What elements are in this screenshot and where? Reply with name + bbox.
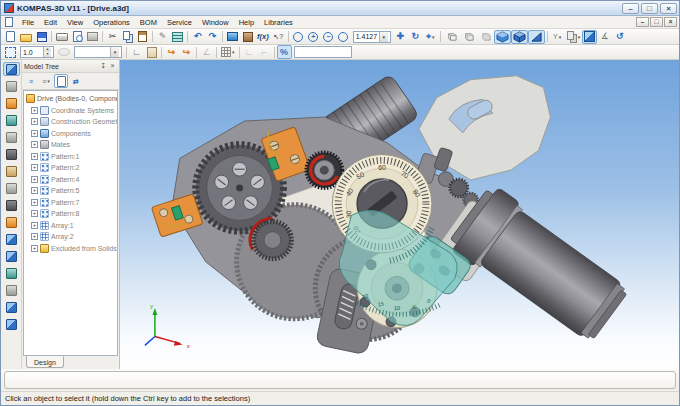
local-cs-button[interactable]: ∟ [129, 45, 144, 59]
zoom-out-button[interactable]: − [321, 30, 336, 44]
tree-structure-button[interactable]: ≡ [24, 74, 38, 88]
panel-close-icon[interactable]: × [108, 62, 117, 71]
zoom-selected-button[interactable] [291, 30, 306, 44]
hidden-lines-dimmed-button[interactable] [477, 30, 494, 44]
zoom-scale-combo[interactable]: 1.4127 ▾ [353, 31, 391, 43]
snap-toggle-button[interactable]: % [277, 45, 292, 59]
copy-button[interactable] [120, 30, 135, 44]
send-button[interactable] [85, 30, 100, 44]
filters-button[interactable] [3, 147, 20, 161]
cut-extrude-button[interactable] [3, 249, 20, 263]
menu-libraries[interactable]: Libraries [259, 17, 298, 28]
menu-operations[interactable]: Operations [88, 17, 135, 28]
tree-item-mates[interactable]: +Mates [26, 139, 117, 151]
tree-item-pattern-5[interactable]: +Pattern:5 [26, 185, 117, 197]
spatial-curves-button[interactable] [3, 79, 20, 93]
minimize-button[interactable]: – [622, 3, 639, 14]
angle-button[interactable]: ∠ [199, 45, 214, 59]
construction-button[interactable] [3, 198, 20, 212]
step-spinner[interactable]: ▴▾ [43, 47, 51, 57]
sheet-metal-button[interactable] [3, 215, 20, 229]
print-button[interactable] [54, 30, 70, 44]
auxiliary-geometry-button[interactable] [3, 113, 20, 127]
measure-3d-button[interactable] [3, 130, 20, 144]
shell-button[interactable] [3, 283, 20, 297]
paste-button[interactable] [135, 30, 150, 44]
menu-file[interactable]: File [17, 17, 39, 28]
extrude-button[interactable] [3, 232, 20, 246]
context-help-button[interactable]: ↖? [271, 30, 286, 44]
tree-item-excluded[interactable]: +Excluded from Solids [26, 243, 117, 255]
grid-button[interactable]: ▾ [219, 45, 237, 59]
variables-button[interactable] [240, 30, 255, 44]
tree-document-button[interactable] [54, 74, 68, 88]
components-tool-button[interactable] [3, 300, 20, 314]
zoom-all-button[interactable] [336, 30, 351, 44]
wireframe-button[interactable] [443, 30, 460, 44]
measure-button[interactable]: ∡ [597, 30, 612, 44]
tree-item-coordinate-systems[interactable]: +Coordinate Systems [26, 105, 117, 117]
shaded-button[interactable] [494, 30, 511, 44]
mdi-close-button[interactable]: × [664, 17, 677, 27]
close-button[interactable]: × [660, 3, 677, 14]
selection-marker-button[interactable] [3, 45, 18, 59]
menu-bom[interactable]: BOM [135, 17, 162, 28]
rollforward-button[interactable]: ↪ [179, 45, 194, 59]
tree-item-components[interactable]: +Components [26, 128, 117, 140]
rotate-button[interactable]: ↻ [408, 30, 423, 44]
orientation-list-button[interactable]: Y▾ [550, 30, 565, 44]
new-button[interactable] [3, 30, 18, 44]
tree-item-pattern-7[interactable]: +Pattern:7 [26, 197, 117, 209]
mdi-restore-button[interactable]: □ [650, 17, 663, 27]
tree-item-pattern-1[interactable]: +Pattern:1 [26, 151, 117, 163]
sketch-mode-button[interactable]: ⌐ [257, 45, 272, 59]
perspective-button[interactable] [528, 30, 545, 44]
orientation-button[interactable]: ⌖▾ [423, 30, 438, 44]
tab-design[interactable]: Design [26, 356, 64, 368]
shaded-edges-button[interactable] [511, 30, 528, 44]
surfaces-button[interactable] [3, 96, 20, 110]
redo-button[interactable]: ↷ [205, 30, 220, 44]
snap-list-combo[interactable] [294, 46, 352, 58]
section-display-button[interactable] [582, 30, 597, 44]
functions-button[interactable]: f(x) [255, 30, 271, 44]
tree-item-pattern-8[interactable]: +Pattern:8 [26, 208, 117, 220]
tree-item-pattern-2[interactable]: +Pattern:2 [26, 162, 117, 174]
tree-root-drive[interactable]: Drive (Bodies-0, Components-191 [26, 93, 117, 105]
mates-tool-button[interactable] [3, 317, 20, 331]
tree-item-construction-geometry[interactable]: +Construction Geometry [26, 116, 117, 128]
zoom-scale-dropdown[interactable]: ▾ [379, 32, 388, 42]
hide-objects-button[interactable]: ▾ [565, 30, 583, 44]
menu-help[interactable]: Help [234, 17, 259, 28]
tree-item-array-1[interactable]: +Array:1 [26, 220, 117, 232]
state-combo[interactable]: ▾ [74, 46, 122, 58]
show-document-button[interactable] [225, 30, 240, 44]
pin-icon[interactable]: ↧ [99, 62, 108, 71]
menu-service[interactable]: Service [162, 17, 197, 28]
ellipse-state-button[interactable] [56, 45, 72, 59]
state-combo-dropdown[interactable]: ▾ [110, 47, 119, 57]
maximize-button[interactable]: □ [641, 3, 658, 14]
3d-viewport[interactable]: 20 30 40 50 60 70 80 [120, 60, 679, 369]
save-button[interactable] [34, 30, 49, 44]
spreadsheet-button[interactable] [170, 30, 185, 44]
cut-button[interactable]: ✂ [105, 30, 120, 44]
rebuild-button[interactable]: ↺ [612, 30, 627, 44]
zoom-in-button[interactable]: + [306, 30, 321, 44]
menu-view[interactable]: View [62, 17, 88, 28]
open-button[interactable] [18, 30, 34, 44]
rollback-button[interactable]: ↪ [164, 45, 179, 59]
menu-edit[interactable]: Edit [39, 17, 62, 28]
tree-composition-button[interactable]: ≡▾ [39, 74, 53, 88]
copy-properties-button[interactable]: ✎ [155, 30, 170, 44]
specification-button[interactable] [3, 164, 20, 178]
menu-window[interactable]: Window [197, 17, 234, 28]
undo-button[interactable]: ↶ [190, 30, 205, 44]
sketch-plane-button[interactable]: ∟ [242, 45, 257, 59]
reports-button[interactable] [3, 181, 20, 195]
mdi-minimize-button[interactable]: – [636, 17, 649, 27]
pattern-tool-button[interactable] [3, 266, 20, 280]
edit-part-button[interactable] [3, 62, 20, 76]
print-preview-button[interactable] [70, 30, 85, 44]
tree-item-pattern-4[interactable]: +Pattern:4 [26, 174, 117, 186]
